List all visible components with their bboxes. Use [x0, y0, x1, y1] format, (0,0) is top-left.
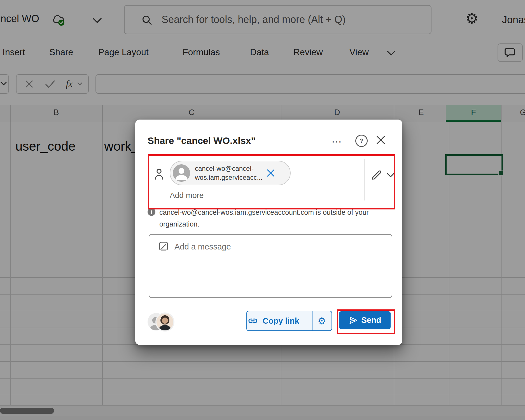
- recipient-chip[interactable]: cancel-wo@cancel- wos.iam.gserviceacc...: [170, 161, 291, 185]
- add-more-recipients-input[interactable]: Add more: [170, 191, 204, 200]
- info-icon: i: [148, 208, 155, 216]
- recipient-avatar: [173, 164, 190, 182]
- send-label: Send: [361, 316, 381, 325]
- recipients-field[interactable]: cancel-wo@cancel- wos.iam.gserviceacc...…: [149, 156, 389, 204]
- pencil-permission-icon: [371, 170, 382, 181]
- help-button[interactable]: ?: [355, 135, 368, 147]
- copy-link-label: Copy link: [263, 316, 299, 326]
- link-icon: [247, 315, 259, 327]
- notice-line1: cancel-wo@cancel-wos.iam.gserviceaccount…: [159, 206, 369, 218]
- remove-x-icon: [266, 169, 275, 178]
- send-button[interactable]: Send: [339, 311, 391, 329]
- permission-chevron-down-icon: [387, 173, 394, 178]
- message-box[interactable]: Add a message: [149, 234, 392, 298]
- avatar-photo: [157, 314, 173, 330]
- notice-line2: organization.: [159, 218, 369, 230]
- remove-recipient-button[interactable]: [266, 169, 275, 178]
- share-dialog: Share "cancel WO.xlsx" … ?: [135, 120, 402, 345]
- person-icon: [154, 168, 164, 181]
- external-recipient-notice: i cancel-wo@cancel-wos.iam.gserviceaccou…: [148, 206, 369, 230]
- close-dialog-button[interactable]: [375, 135, 386, 145]
- shared-with-avatars: [148, 312, 178, 331]
- field-divider: [364, 159, 365, 200]
- send-icon: [349, 316, 358, 325]
- more-options-button[interactable]: …: [331, 133, 343, 145]
- recipient-email-line2: wos.iam.gserviceacc...: [195, 173, 262, 182]
- permission-dropdown[interactable]: [371, 170, 394, 181]
- screen: ncel WO Search for tools, help, and more…: [0, 0, 525, 420]
- dialog-title: Share "cancel WO.xlsx": [148, 135, 256, 146]
- recipient-email-line1: cancel-wo@cancel-: [195, 164, 262, 173]
- message-placeholder: Add a message: [174, 242, 231, 251]
- close-icon: [376, 135, 386, 145]
- copy-link-button[interactable]: Copy link ⚙: [246, 311, 332, 331]
- edit-message-icon: [159, 241, 169, 252]
- link-settings-gear-button[interactable]: ⚙: [313, 311, 331, 330]
